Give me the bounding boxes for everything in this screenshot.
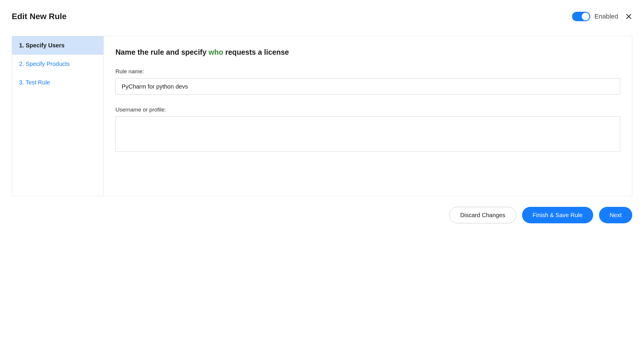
username-group: Username or profile: bbox=[115, 107, 620, 153]
rule-name-group: Rule name: bbox=[115, 68, 620, 95]
footer: Discard Changes Finish & Save Rule Next bbox=[12, 207, 632, 223]
heading-prefix: Name the rule and specify bbox=[115, 48, 209, 56]
sidebar-item-test-rule[interactable]: 3. Test Rule bbox=[12, 73, 103, 92]
main-panel: Name the rule and specify who requests a… bbox=[104, 36, 632, 196]
username-label: Username or profile: bbox=[115, 107, 620, 113]
sidebar: 1. Specify Users 2. Specify Products 3. … bbox=[12, 36, 104, 196]
header: Edit New Rule Enabled bbox=[12, 12, 632, 21]
username-input[interactable] bbox=[115, 117, 620, 152]
rule-name-label: Rule name: bbox=[115, 68, 620, 75]
enabled-toggle-label: Enabled bbox=[594, 13, 618, 20]
page-title: Edit New Rule bbox=[12, 12, 67, 21]
discard-button[interactable]: Discard Changes bbox=[449, 207, 516, 223]
rule-name-input[interactable] bbox=[115, 78, 620, 95]
header-controls: Enabled bbox=[572, 12, 632, 21]
sidebar-item-specify-products[interactable]: 2. Specify Products bbox=[12, 55, 103, 73]
sidebar-item-label: 3. Test Rule bbox=[19, 79, 50, 86]
panel-heading: Name the rule and specify who requests a… bbox=[115, 48, 620, 56]
enabled-toggle[interactable] bbox=[572, 12, 590, 21]
sidebar-item-label: 1. Specify Users bbox=[19, 42, 65, 49]
heading-suffix: requests a license bbox=[223, 48, 289, 56]
close-icon[interactable] bbox=[625, 13, 632, 20]
heading-highlight: who bbox=[209, 48, 223, 56]
sidebar-item-label: 2. Specify Products bbox=[19, 61, 70, 67]
enabled-toggle-wrapper: Enabled bbox=[572, 12, 618, 21]
sidebar-item-specify-users[interactable]: 1. Specify Users bbox=[12, 36, 103, 55]
next-button[interactable]: Next bbox=[599, 207, 632, 223]
toggle-knob bbox=[582, 13, 589, 20]
finish-save-button[interactable]: Finish & Save Rule bbox=[522, 207, 593, 223]
content-area: 1. Specify Users 2. Specify Products 3. … bbox=[12, 36, 632, 196]
